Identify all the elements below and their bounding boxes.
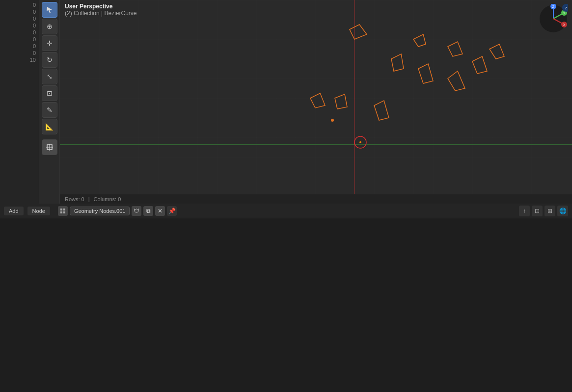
svg-point-19	[331, 119, 334, 122]
move-tool-button[interactable]: ✛	[42, 35, 57, 51]
viewport-3d[interactable]: 0 0 0 0 0 0 0 0 10 ⊕ ✛ ↻ ⤡ ⊡ ✎ 📐	[0, 0, 572, 204]
sidebar-num: 0	[33, 2, 36, 8]
sidebar-num: 0	[33, 29, 36, 35]
node-editor-header: Add Node Geometry Nodes.001 🛡 ⧉ ✕ 📌 ↑ ⊡ …	[0, 204, 572, 218]
left-sidebar: 0 0 0 0 0 0 0 0 10	[0, 0, 39, 204]
svg-text:Y: Y	[563, 11, 566, 15]
grid-svg	[60, 0, 572, 204]
close-icon[interactable]: ✕	[155, 206, 165, 216]
sidebar-num: 0	[33, 16, 36, 22]
svg-rect-3	[60, 0, 572, 204]
sidebar-num: 0	[33, 43, 36, 49]
sidebar-num: 10	[30, 57, 36, 63]
measure-tool-button[interactable]: 📐	[42, 119, 57, 134]
vertical-toolbar: ⊕ ✛ ↻ ⤡ ⊡ ✎ 📐	[39, 0, 60, 204]
node-menu-button[interactable]: Node	[27, 207, 50, 215]
node-tree-name[interactable]: Geometry Nodes.001	[70, 207, 130, 215]
axis-widget[interactable]: Z Y X Z	[539, 4, 568, 33]
sidebar-num: 0	[33, 23, 36, 28]
svg-rect-33	[63, 209, 65, 210]
cursor-tool-button[interactable]: ⊕	[42, 19, 57, 34]
viewport-perspective: User Perspective	[65, 3, 137, 10]
transform-tool-button[interactable]: ⊡	[42, 85, 57, 101]
header-right-icons: ↑ ⊡ ⊞ 🌐	[519, 204, 568, 218]
sidebar-num: 0	[33, 36, 36, 42]
add-menu-button[interactable]: Add	[4, 207, 24, 215]
shield-icon[interactable]: 🛡	[132, 206, 141, 216]
world-icon[interactable]: 🌐	[557, 206, 568, 216]
scale-tool-button[interactable]: ⤡	[42, 69, 57, 84]
svg-text:Z: Z	[565, 6, 568, 10]
node-editor[interactable]: Add Node Geometry Nodes.001 🛡 ⧉ ✕ 📌 ↑ ⊡ …	[0, 204, 572, 392]
sidebar-num: 0	[33, 9, 36, 15]
viewport-shade-icon[interactable]: ⊞	[545, 206, 555, 216]
add-cube-button[interactable]	[42, 139, 57, 155]
annotate-tool-button[interactable]: ✎	[42, 102, 57, 118]
pin-icon[interactable]: 📌	[167, 206, 177, 216]
upload-icon[interactable]: ↑	[519, 206, 530, 216]
node-type-icon	[58, 206, 68, 216]
sidebar-num: 0	[33, 50, 36, 56]
svg-text:Z: Z	[552, 5, 555, 8]
rows-label: Rows: 0	[65, 196, 84, 202]
viewport-object-name: (2) Collection | BezierCurve	[65, 10, 137, 17]
viewport-title: User Perspective (2) Collection | Bezier…	[65, 3, 137, 17]
status-separator: |	[88, 196, 90, 202]
svg-rect-35	[63, 211, 65, 213]
overlay-icon[interactable]: ⊡	[532, 206, 543, 216]
svg-rect-34	[60, 211, 62, 213]
columns-label: Columns: 0	[94, 196, 121, 202]
svg-text:X: X	[563, 23, 566, 26]
viewport-status-bar: Rows: 0 | Columns: 0	[60, 194, 572, 204]
svg-rect-32	[60, 209, 62, 210]
select-tool-button[interactable]	[42, 2, 57, 18]
rotate-tool-button[interactable]: ↻	[42, 52, 57, 68]
3d-view[interactable]: User Perspective (2) Collection | Bezier…	[60, 0, 572, 204]
copy-icon[interactable]: ⧉	[143, 206, 153, 216]
svg-point-18	[359, 141, 361, 143]
